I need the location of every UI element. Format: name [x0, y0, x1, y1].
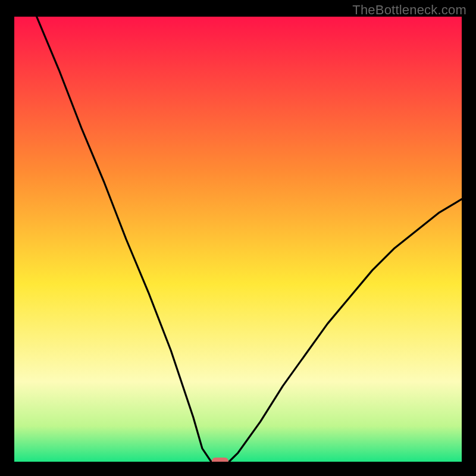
svg-rect-0 — [14, 17, 462, 462]
bottleneck-chart: TheBottleneck.com — [0, 0, 476, 476]
chart-svg — [14, 17, 462, 462]
watermark-text: TheBottleneck.com — [352, 2, 466, 18]
plot-area — [14, 17, 462, 462]
svg-rect-1 — [212, 458, 228, 462]
